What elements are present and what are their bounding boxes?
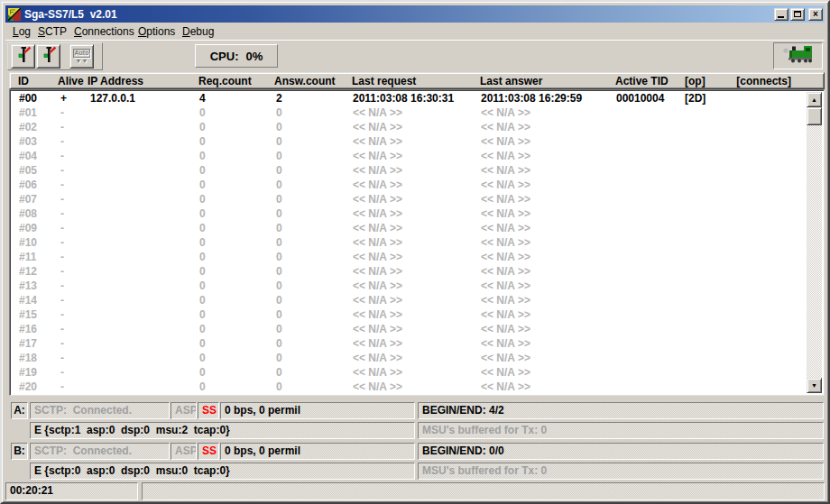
table-row[interactable]: #04-00<< N/A >><< N/A >> xyxy=(12,150,806,164)
cell-lastreq: << N/A >> xyxy=(353,308,402,323)
link-a-bps: 0 bps, 0 permil xyxy=(220,402,415,419)
table-row[interactable]: #13-00<< N/A >><< N/A >> xyxy=(12,279,806,294)
link-a-sctp-status: SCTP: Connected. xyxy=(30,402,170,419)
cell-lastreq: << N/A >> xyxy=(353,121,402,135)
link-b-event-counters: E {sctp:0 asp:0 dsp:0 msu:0 tcap:0} xyxy=(30,463,415,480)
cell-alive: - xyxy=(60,337,64,352)
cell-id: #05 xyxy=(19,164,37,179)
link-status-panel xyxy=(773,42,823,69)
table-row[interactable]: #07-00<< N/A >><< N/A >> xyxy=(12,193,806,207)
cell-id: #14 xyxy=(19,294,37,308)
table-row[interactable]: #20-00<< N/A >><< N/A >> xyxy=(12,380,806,393)
cell-alive: - xyxy=(60,222,64,236)
minimize-button[interactable] xyxy=(774,8,788,21)
table-row[interactable]: #16-00<< N/A >><< N/A >> xyxy=(12,323,806,337)
cell-lastansw: << N/A >> xyxy=(481,337,530,352)
auto-button[interactable]: Auto ▼▼ xyxy=(69,44,94,69)
table-row[interactable]: #11-00<< N/A >><< N/A >> xyxy=(12,251,806,265)
auto-down-icon: Auto ▼▼ xyxy=(73,49,91,65)
cell-lastansw: << N/A >> xyxy=(481,222,530,236)
table-row[interactable]: #12-00<< N/A >><< N/A >> xyxy=(12,265,806,279)
table-row[interactable]: #09-00<< N/A >><< N/A >> xyxy=(12,222,806,236)
cpu-label: CPU: xyxy=(210,50,239,63)
cell-answ: 0 xyxy=(276,308,282,323)
cell-lastreq: << N/A >> xyxy=(353,366,402,380)
table-row[interactable]: #19-00<< N/A >><< N/A >> xyxy=(12,366,806,380)
col-alive: Alive xyxy=(58,74,84,88)
scrollbar-thumb[interactable] xyxy=(807,107,822,125)
signal-button-2[interactable] xyxy=(36,44,60,69)
table-row[interactable]: #01-00<< N/A >><< N/A >> xyxy=(12,106,806,121)
cell-alive: - xyxy=(60,308,64,323)
cell-lastreq: << N/A >> xyxy=(353,150,402,164)
link-a-event-counters: E {sctp:1 asp:0 dsp:0 msu:2 tcap:0} xyxy=(30,422,415,439)
cell-req: 0 xyxy=(199,279,206,294)
table-row[interactable]: #15-00<< N/A >><< N/A >> xyxy=(12,308,806,323)
statusbar-filler xyxy=(142,482,825,500)
table-row[interactable]: #02-00<< N/A >><< N/A >> xyxy=(12,121,806,135)
cell-lastansw: << N/A >> xyxy=(481,193,530,207)
cell-answ: 0 xyxy=(276,337,282,352)
table-row[interactable]: #06-00<< N/A >><< N/A >> xyxy=(12,179,806,193)
maximize-icon xyxy=(794,11,801,17)
menu-log[interactable]: Log xyxy=(13,25,31,38)
table-row[interactable]: #18-00<< N/A >><< N/A >> xyxy=(12,352,806,366)
cell-id: #01 xyxy=(19,106,37,121)
cell-req: 4 xyxy=(199,92,206,106)
table-row[interactable]: #08-00<< N/A >><< N/A >> xyxy=(12,207,806,222)
cell-alive: - xyxy=(60,179,64,193)
link-a-ss-status: SS xyxy=(198,402,219,419)
cell-lastreq: << N/A >> xyxy=(353,380,402,393)
scroll-up-button[interactable]: ▲ xyxy=(807,92,822,107)
cell-lastansw: << N/A >> xyxy=(481,265,530,279)
menu-sctp[interactable]: SCTP xyxy=(38,25,67,38)
cell-id: #16 xyxy=(19,323,37,337)
menu-connections[interactable]: Connections xyxy=(74,25,134,38)
link-b-ss-status: SS xyxy=(198,443,219,460)
table-row[interactable]: #05-00<< N/A >><< N/A >> xyxy=(12,164,806,179)
cell-id: #12 xyxy=(19,265,37,279)
title-bar[interactable]: Sga-SS7/L5 v2.01 × xyxy=(5,5,825,23)
cell-alive: - xyxy=(60,207,64,222)
maximize-button[interactable] xyxy=(790,8,805,21)
vertical-scrollbar[interactable]: ▲ ▼ xyxy=(807,92,822,393)
cell-lastreq: << N/A >> xyxy=(353,135,402,150)
cell-lastreq: << N/A >> xyxy=(353,222,402,236)
table-row[interactable]: #17-00<< N/A >><< N/A >> xyxy=(12,337,806,352)
col-answ-count: Answ.count xyxy=(274,74,336,88)
cell-lastansw: << N/A >> xyxy=(481,150,530,164)
cell-id: #15 xyxy=(19,308,37,323)
cell-alive: - xyxy=(60,294,64,308)
cell-id: #20 xyxy=(19,380,37,393)
link-b-label: B: xyxy=(11,443,28,460)
scroll-down-button[interactable]: ▼ xyxy=(807,378,822,393)
table-row[interactable]: #14-00<< N/A >><< N/A >> xyxy=(12,294,806,308)
cell-id: #17 xyxy=(19,337,37,352)
cell-alive: - xyxy=(60,380,64,393)
table-row[interactable]: #03-00<< N/A >><< N/A >> xyxy=(12,135,806,150)
cell-req: 0 xyxy=(199,135,206,150)
link-b-sctp-status: SCTP: Connected. xyxy=(30,443,170,460)
cell-alive: - xyxy=(60,150,64,164)
cell-id: #08 xyxy=(19,207,37,222)
cell-lastreq: 2011:03:08 16:30:31 xyxy=(353,92,454,106)
cell-lastansw: << N/A >> xyxy=(481,135,530,150)
table-row[interactable]: #00+127.0.0.1422011:03:08 16:30:312011:0… xyxy=(12,92,806,106)
menu-debug[interactable]: Debug xyxy=(182,25,214,38)
toolbar: Auto ▼▼ CPU: 0% xyxy=(5,40,825,71)
table-row[interactable]: #10-00<< N/A >><< N/A >> xyxy=(12,236,806,251)
signal-button-1[interactable] xyxy=(11,44,35,69)
connection-list: #00+127.0.0.1422011:03:08 16:30:312011:0… xyxy=(9,89,825,396)
cell-tid: 00010004 xyxy=(616,92,664,106)
cell-lastansw: << N/A >> xyxy=(481,323,530,337)
cell-lastreq: << N/A >> xyxy=(353,193,402,207)
cell-alive: - xyxy=(60,106,64,121)
link-b-begin-end: BEGIN/END: 0/0 xyxy=(418,443,824,460)
cell-alive: - xyxy=(60,251,64,265)
cell-req: 0 xyxy=(199,323,206,337)
menu-options[interactable]: Options xyxy=(138,25,175,38)
cell-req: 0 xyxy=(199,179,206,193)
cell-req: 0 xyxy=(199,236,206,251)
cell-lastreq: << N/A >> xyxy=(353,207,402,222)
close-button[interactable]: × xyxy=(808,8,823,21)
